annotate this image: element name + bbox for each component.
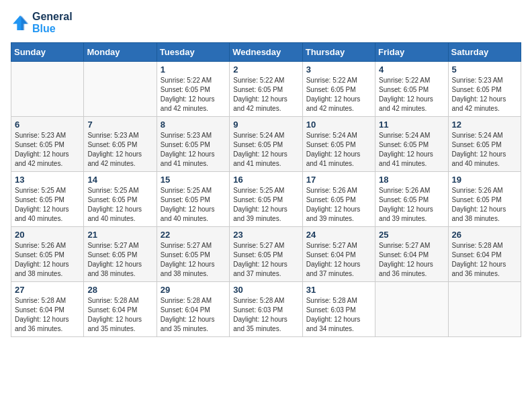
day-info: Sunrise: 5:24 AM Sunset: 6:05 PM Dayligh…: [379, 131, 444, 169]
calendar-cell: [375, 282, 448, 337]
weekday-header-friday: Friday: [375, 43, 448, 62]
day-info: Sunrise: 5:26 AM Sunset: 6:05 PM Dayligh…: [15, 241, 80, 279]
calendar-cell: 10Sunrise: 5:24 AM Sunset: 6:05 PM Dayli…: [302, 117, 375, 172]
day-number: 25: [379, 230, 444, 240]
day-info: Sunrise: 5:28 AM Sunset: 6:04 PM Dayligh…: [161, 296, 226, 334]
day-info: Sunrise: 5:26 AM Sunset: 6:05 PM Dayligh…: [379, 186, 444, 224]
day-number: 13: [15, 175, 80, 185]
page-container: General Blue SundayMondayTuesdayWednesda…: [11, 11, 521, 337]
day-info: Sunrise: 5:26 AM Sunset: 6:05 PM Dayligh…: [452, 186, 517, 224]
day-number: 28: [87, 285, 152, 295]
svg-marker-1: [21, 15, 29, 30]
calendar-week-row: 27Sunrise: 5:28 AM Sunset: 6:04 PM Dayli…: [11, 282, 521, 337]
calendar-week-row: 13Sunrise: 5:25 AM Sunset: 6:05 PM Dayli…: [11, 172, 521, 227]
calendar-cell: [11, 62, 84, 117]
weekday-header-saturday: Saturday: [448, 43, 521, 62]
calendar-cell: 21Sunrise: 5:27 AM Sunset: 6:05 PM Dayli…: [84, 227, 157, 282]
day-info: Sunrise: 5:28 AM Sunset: 6:03 PM Dayligh…: [233, 296, 298, 334]
header: General Blue: [11, 11, 521, 34]
calendar-cell: 11Sunrise: 5:24 AM Sunset: 6:05 PM Dayli…: [375, 117, 448, 172]
day-info: Sunrise: 5:26 AM Sunset: 6:05 PM Dayligh…: [306, 186, 371, 224]
calendar-week-row: 1Sunrise: 5:22 AM Sunset: 6:05 PM Daylig…: [11, 62, 521, 117]
day-info: Sunrise: 5:25 AM Sunset: 6:05 PM Dayligh…: [15, 186, 80, 224]
calendar-cell: 26Sunrise: 5:28 AM Sunset: 6:04 PM Dayli…: [448, 227, 521, 282]
day-number: 10: [306, 120, 371, 130]
calendar-cell: 17Sunrise: 5:26 AM Sunset: 6:05 PM Dayli…: [302, 172, 375, 227]
day-info: Sunrise: 5:27 AM Sunset: 6:05 PM Dayligh…: [87, 241, 152, 279]
calendar-cell: 12Sunrise: 5:24 AM Sunset: 6:05 PM Dayli…: [448, 117, 521, 172]
day-info: Sunrise: 5:28 AM Sunset: 6:04 PM Dayligh…: [87, 296, 152, 334]
calendar-cell: 19Sunrise: 5:26 AM Sunset: 6:05 PM Dayli…: [448, 172, 521, 227]
day-info: Sunrise: 5:25 AM Sunset: 6:05 PM Dayligh…: [233, 186, 298, 224]
day-info: Sunrise: 5:23 AM Sunset: 6:05 PM Dayligh…: [161, 131, 226, 169]
weekday-header-tuesday: Tuesday: [157, 43, 229, 62]
day-info: Sunrise: 5:22 AM Sunset: 6:05 PM Dayligh…: [233, 76, 298, 113]
day-number: 30: [233, 285, 298, 295]
day-info: Sunrise: 5:25 AM Sunset: 6:05 PM Dayligh…: [87, 186, 152, 224]
day-number: 5: [452, 64, 517, 75]
day-number: 22: [161, 230, 226, 240]
calendar-cell: 25Sunrise: 5:27 AM Sunset: 6:04 PM Dayli…: [375, 227, 448, 282]
logo: General Blue: [11, 11, 73, 34]
day-number: 4: [379, 64, 444, 75]
calendar-cell: 23Sunrise: 5:27 AM Sunset: 6:05 PM Dayli…: [230, 227, 302, 282]
day-number: 8: [161, 120, 226, 130]
day-number: 24: [306, 230, 371, 240]
weekday-header-wednesday: Wednesday: [230, 43, 302, 62]
calendar-cell: 29Sunrise: 5:28 AM Sunset: 6:04 PM Dayli…: [157, 282, 229, 337]
day-info: Sunrise: 5:28 AM Sunset: 6:04 PM Dayligh…: [15, 296, 80, 334]
calendar-cell: 9Sunrise: 5:24 AM Sunset: 6:05 PM Daylig…: [230, 117, 302, 172]
calendar-week-row: 6Sunrise: 5:23 AM Sunset: 6:05 PM Daylig…: [11, 117, 521, 172]
calendar-cell: 20Sunrise: 5:26 AM Sunset: 6:05 PM Dayli…: [11, 227, 84, 282]
calendar-cell: 3Sunrise: 5:22 AM Sunset: 6:05 PM Daylig…: [302, 62, 375, 117]
day-number: 2: [233, 64, 298, 75]
calendar-cell: [448, 282, 521, 337]
day-number: 9: [233, 120, 298, 130]
day-number: 6: [15, 120, 80, 130]
calendar-cell: 18Sunrise: 5:26 AM Sunset: 6:05 PM Dayli…: [375, 172, 448, 227]
calendar-cell: 31Sunrise: 5:28 AM Sunset: 6:03 PM Dayli…: [302, 282, 375, 337]
day-number: 21: [87, 230, 152, 240]
day-number: 7: [87, 120, 152, 130]
day-number: 31: [306, 285, 371, 295]
calendar-cell: 22Sunrise: 5:27 AM Sunset: 6:05 PM Dayli…: [157, 227, 229, 282]
calendar-cell: 15Sunrise: 5:25 AM Sunset: 6:05 PM Dayli…: [157, 172, 229, 227]
weekday-header-thursday: Thursday: [302, 43, 375, 62]
day-info: Sunrise: 5:24 AM Sunset: 6:05 PM Dayligh…: [306, 131, 371, 169]
day-info: Sunrise: 5:28 AM Sunset: 6:04 PM Dayligh…: [452, 241, 517, 279]
day-info: Sunrise: 5:27 AM Sunset: 6:05 PM Dayligh…: [161, 241, 226, 279]
calendar-cell: 6Sunrise: 5:23 AM Sunset: 6:05 PM Daylig…: [11, 117, 84, 172]
calendar-cell: 28Sunrise: 5:28 AM Sunset: 6:04 PM Dayli…: [84, 282, 157, 337]
calendar-cell: 24Sunrise: 5:27 AM Sunset: 6:04 PM Dayli…: [302, 227, 375, 282]
logo-text: General Blue: [32, 11, 73, 34]
day-number: 26: [452, 230, 517, 240]
day-info: Sunrise: 5:22 AM Sunset: 6:05 PM Dayligh…: [161, 76, 226, 113]
day-number: 1: [161, 64, 226, 75]
calendar-table: SundayMondayTuesdayWednesdayThursdayFrid…: [11, 42, 521, 337]
day-number: 18: [379, 175, 444, 185]
calendar-cell: 13Sunrise: 5:25 AM Sunset: 6:05 PM Dayli…: [11, 172, 84, 227]
calendar-cell: 14Sunrise: 5:25 AM Sunset: 6:05 PM Dayli…: [84, 172, 157, 227]
calendar-cell: [84, 62, 157, 117]
calendar-cell: 30Sunrise: 5:28 AM Sunset: 6:03 PM Dayli…: [230, 282, 302, 337]
logo-icon: [11, 13, 30, 32]
weekday-header-monday: Monday: [84, 43, 157, 62]
day-info: Sunrise: 5:23 AM Sunset: 6:05 PM Dayligh…: [15, 131, 80, 169]
calendar-cell: 4Sunrise: 5:22 AM Sunset: 6:05 PM Daylig…: [375, 62, 448, 117]
calendar-cell: 27Sunrise: 5:28 AM Sunset: 6:04 PM Dayli…: [11, 282, 84, 337]
calendar-cell: 2Sunrise: 5:22 AM Sunset: 6:05 PM Daylig…: [230, 62, 302, 117]
day-number: 16: [233, 175, 298, 185]
day-number: 14: [87, 175, 152, 185]
day-info: Sunrise: 5:25 AM Sunset: 6:05 PM Dayligh…: [161, 186, 226, 224]
day-number: 15: [161, 175, 226, 185]
day-info: Sunrise: 5:24 AM Sunset: 6:05 PM Dayligh…: [233, 131, 298, 169]
day-number: 12: [452, 120, 517, 130]
day-info: Sunrise: 5:27 AM Sunset: 6:04 PM Dayligh…: [306, 241, 371, 279]
day-number: 20: [15, 230, 80, 240]
calendar-cell: 5Sunrise: 5:23 AM Sunset: 6:05 PM Daylig…: [448, 62, 521, 117]
day-number: 3: [306, 64, 371, 75]
calendar-cell: 7Sunrise: 5:23 AM Sunset: 6:05 PM Daylig…: [84, 117, 157, 172]
day-info: Sunrise: 5:28 AM Sunset: 6:03 PM Dayligh…: [306, 296, 371, 334]
day-info: Sunrise: 5:22 AM Sunset: 6:05 PM Dayligh…: [379, 76, 444, 113]
calendar-cell: 8Sunrise: 5:23 AM Sunset: 6:05 PM Daylig…: [157, 117, 229, 172]
